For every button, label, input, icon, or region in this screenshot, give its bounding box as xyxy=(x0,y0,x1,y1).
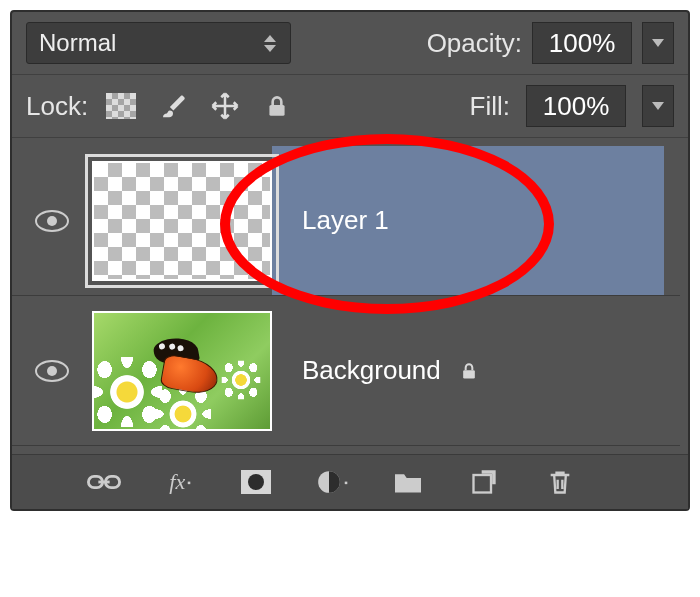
lock-transparency-button[interactable] xyxy=(104,89,138,123)
brush-icon xyxy=(158,91,188,121)
fill-dropdown-button[interactable] xyxy=(642,85,674,127)
chevron-down-icon xyxy=(652,39,664,47)
layers-panel: Normal Opacity: 100% Lock: xyxy=(10,10,690,511)
layer-name: Layer 1 xyxy=(302,205,389,236)
layer-thumbnail[interactable] xyxy=(92,311,272,431)
layers-list: Layer 1 Background xyxy=(12,138,688,454)
fill-value: 100% xyxy=(543,91,610,122)
layers-panel-toolbar: fx ▪ ▪ xyxy=(12,454,688,509)
fx-icon: fx xyxy=(169,469,185,495)
opacity-value: 100% xyxy=(549,28,616,59)
move-icon xyxy=(210,91,240,121)
link-layers-button[interactable] xyxy=(86,467,122,497)
link-icon xyxy=(87,471,121,493)
layer-style-button[interactable]: fx ▪ xyxy=(162,467,198,497)
svg-point-6 xyxy=(248,474,264,490)
mask-icon xyxy=(240,469,272,495)
adjustment-icon xyxy=(316,469,342,495)
chevron-down-icon xyxy=(652,102,664,110)
layer-thumbnail[interactable] xyxy=(92,161,272,281)
lock-fill-row: Lock: Fill: xyxy=(12,75,688,138)
lock-icon xyxy=(264,92,290,120)
opacity-value-field[interactable]: 100% xyxy=(532,22,632,64)
blend-mode-dropdown[interactable]: Normal xyxy=(26,22,291,64)
adjustment-layer-button[interactable]: ▪ xyxy=(314,467,350,497)
trash-icon xyxy=(546,467,574,497)
lock-label: Lock: xyxy=(26,91,88,122)
updown-caret-icon xyxy=(264,33,278,53)
transparent-thumbnail xyxy=(94,163,270,279)
layer-row[interactable]: Background xyxy=(12,296,680,446)
layer-body[interactable]: Background xyxy=(272,296,664,445)
lock-pixels-button[interactable] xyxy=(156,89,190,123)
layer-visibility-toggle[interactable] xyxy=(35,360,69,382)
fill-label: Fill: xyxy=(470,91,510,122)
new-layer-button[interactable] xyxy=(466,467,502,497)
layer-row[interactable]: Layer 1 xyxy=(12,146,680,296)
image-thumbnail xyxy=(94,313,270,429)
fill-value-field[interactable]: 100% xyxy=(526,85,626,127)
add-mask-button[interactable] xyxy=(238,467,274,497)
layer-body[interactable]: Layer 1 xyxy=(272,146,664,295)
svg-rect-0 xyxy=(270,105,285,116)
lock-position-button[interactable] xyxy=(208,89,242,123)
blend-mode-value: Normal xyxy=(39,29,116,57)
lock-icon xyxy=(459,360,479,382)
delete-layer-button[interactable] xyxy=(542,467,578,497)
lock-all-button[interactable] xyxy=(260,89,294,123)
blend-opacity-row: Normal Opacity: 100% xyxy=(12,12,688,75)
folder-icon xyxy=(392,469,424,495)
new-layer-icon xyxy=(469,468,499,496)
new-group-button[interactable] xyxy=(390,467,426,497)
svg-rect-1 xyxy=(463,370,475,378)
layer-name: Background xyxy=(302,355,441,386)
opacity-label: Opacity: xyxy=(427,28,522,59)
opacity-dropdown-button[interactable] xyxy=(642,22,674,64)
svg-rect-8 xyxy=(474,475,492,493)
layer-visibility-toggle[interactable] xyxy=(35,210,69,232)
transparency-lock-icon xyxy=(106,93,136,119)
lock-icons-group xyxy=(104,89,294,123)
